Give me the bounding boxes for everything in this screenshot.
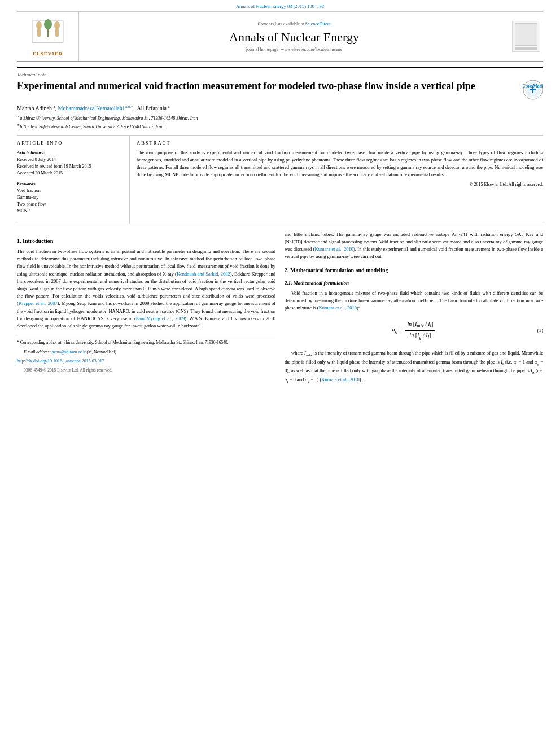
ref-kim[interactable]: Kim Myong et al., 2009 — [136, 316, 185, 321]
svg-rect-6 — [55, 29, 59, 37]
copyright-line: © 2015 Elsevier Ltd. All rights reserved… — [137, 182, 543, 187]
page: Annals of Nuclear Energy 83 (2015) 188–1… — [0, 0, 560, 747]
received-date: Received 8 July 2014 — [17, 156, 123, 163]
footnote-email: E-mail address: nema@shirazu.ac.ir (M, N… — [17, 349, 275, 356]
section1-para1: The void fraction in two-phase flow syst… — [17, 248, 275, 330]
section2-para1: Void fraction in a homogenous mixture of… — [285, 290, 543, 312]
keyword-3: Two-phase flow — [17, 201, 123, 208]
fraction: ln [Imix / Il] ln [Ig / Il] — [405, 320, 435, 342]
right-body-column: and little inclined tubes. The gamma-ray… — [285, 231, 543, 388]
crossmark-icon: CrossMark — [523, 80, 543, 100]
article-history-section: Article history: Received 8 July 2014 Re… — [17, 150, 123, 177]
keyword-4: MCNP — [17, 208, 123, 215]
keywords-heading: Keywords: — [17, 181, 123, 186]
journal-citation: Annals of Nuclear Energy 83 (2015) 188–1… — [0, 0, 560, 11]
authors-line: Mahtab Adineh a, Mohammadreza Nematollah… — [17, 104, 543, 111]
ref-kumara2010c[interactable]: Kumara et al., 2010 — [321, 377, 359, 382]
journal-cover-bar — [515, 47, 537, 50]
section2-heading: 2. Mathematical formulation and modeling — [285, 266, 543, 275]
svg-point-3 — [44, 19, 52, 29]
affiliation-a: a a Shiraz University, School of Mechani… — [17, 113, 543, 122]
equation-1-block: αg = ln [Imix / Il] ln [Ig / Il] — [285, 316, 543, 345]
journal-title: Annals of Nuclear Energy — [229, 30, 359, 45]
footnote-area: * Corresponding author at: Shiraz Univer… — [17, 337, 275, 373]
equation-1-number: (1) — [537, 327, 544, 335]
email-link[interactable]: nema@shirazu.ac.ir — [52, 350, 86, 355]
section2-para2: where Imix is the intensity of transmitt… — [285, 350, 543, 385]
publisher-logo-area: ELSEVIER — [17, 12, 79, 61]
article-info-heading: ARTICLE INFO — [17, 140, 123, 146]
doi-link[interactable]: http://dx.doi.org/10.1016/j.anucene.2015… — [17, 358, 275, 365]
svg-point-5 — [54, 21, 60, 29]
history-heading: Article history: — [17, 150, 123, 155]
article-type-label: Technical note — [17, 67, 543, 77]
issn-line: 0306-4549/© 2015 Elsevier Ltd. All right… — [17, 367, 275, 374]
ref-kendoush[interactable]: Kendoush and Sarkid, 2002 — [177, 271, 230, 277]
svg-rect-4 — [47, 29, 49, 37]
elsevier-logo: ELSEVIER — [27, 16, 69, 56]
contents-available-line: Contents lists available at ScienceDirec… — [258, 21, 331, 27]
ref-kumara2010b[interactable]: Kumara et al., 2010 — [319, 305, 357, 311]
journal-homepage: journal homepage: www.elsevier.com/locat… — [246, 47, 343, 52]
journal-thumbnail-box — [512, 21, 540, 52]
equation-1: αg = ln [Imix / Il] ln [Ig / Il] — [392, 316, 435, 345]
article-info-column: ARTICLE INFO Article history: Received 8… — [17, 136, 130, 224]
article-meta-row: ARTICLE INFO Article history: Received 8… — [17, 135, 543, 224]
ref-kumara2010a[interactable]: Kumara et al., 2010 — [315, 246, 353, 252]
journal-header: ELSEVIER Contents lists available at Sci… — [17, 11, 543, 62]
section1-para2: and little inclined tubes. The gamma-ray… — [285, 231, 543, 261]
affiliation-b: b b Nuclear Safety Research Center, Shir… — [17, 122, 543, 130]
ref-krepper[interactable]: Krepper et al., 2007 — [19, 300, 58, 306]
footnote-corresponding: * Corresponding author at: Shiraz Univer… — [17, 339, 275, 346]
revised-date: Received in revised form 19 March 2015 — [17, 163, 123, 170]
crossmark-logo[interactable]: CrossMark — [523, 80, 543, 100]
svg-point-1 — [36, 21, 42, 29]
abstract-text: The main purpose of this study is experi… — [137, 149, 543, 179]
abstract-heading: ABSTRACT — [137, 140, 543, 146]
journal-title-area: Contents lists available at ScienceDirec… — [79, 12, 509, 61]
accepted-date: Accepted 20 March 2015 — [17, 170, 123, 177]
section1-heading: 1. Introduction — [17, 237, 275, 246]
article-title-text: Experimental and numerical void fraction… — [17, 80, 523, 93]
affiliations: a a Shiraz University, School of Mechani… — [17, 113, 543, 130]
equation-alpha: αg = ln [Imix / Il] ln [Ig / Il] — [392, 316, 435, 345]
citation-text: Annals of Nuclear Energy 83 (2015) 188–1… — [236, 3, 324, 9]
section2-sub1-heading: 2.1. Mathematical formulation — [285, 279, 543, 287]
keyword-1: Void fraction — [17, 187, 123, 194]
body-columns: 1. Introduction The void fraction in two… — [17, 231, 543, 388]
elsevier-tree-icon — [27, 16, 69, 49]
keywords-section: Keywords: Void fraction Gamma-ray Two-ph… — [17, 181, 123, 215]
article-title-row: Experimental and numerical void fraction… — [17, 80, 543, 100]
svg-rect-2 — [37, 29, 41, 37]
left-body-column: 1. Introduction The void fraction in two… — [17, 231, 275, 388]
sciencedirect-link[interactable]: ScienceDirect — [305, 21, 331, 27]
main-content: Technical note Experimental and numerica… — [0, 62, 560, 394]
keyword-2: Gamma-ray — [17, 194, 123, 201]
journal-cover-thumb — [515, 23, 537, 46]
header-right-box — [509, 12, 543, 61]
abstract-column: ABSTRACT The main purpose of this study … — [130, 136, 543, 224]
elsevier-name: ELSEVIER — [33, 51, 63, 56]
